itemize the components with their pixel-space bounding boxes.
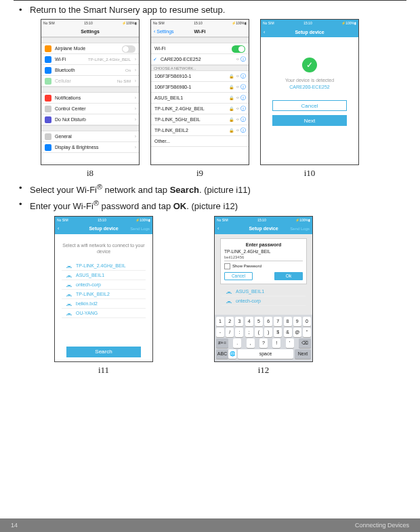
network-other[interactable]: Other... — [151, 136, 249, 147]
keyboard-space[interactable]: space — [238, 349, 293, 359]
nav-wifi: ‹ SettingsWi-Fi — [151, 26, 249, 37]
keyboard-key[interactable]: 9 — [293, 317, 301, 326]
keyboard-key[interactable]: 5 — [255, 317, 263, 326]
keyboard-key[interactable]: 6 — [264, 317, 272, 326]
network-row[interactable]: ASUS_BEIL1🔒⌔ⓘ — [151, 93, 249, 104]
keyboard-globe-icon[interactable]: 🌐 — [228, 349, 236, 359]
screenshot-i9: No SIM15:10⚡100%▮ ‹ SettingsWi-Fi Wi-Fi … — [150, 19, 249, 179]
back-button[interactable]: ‹ Settings — [154, 29, 174, 34]
row-dnd[interactable]: Do Not Disturb› — [41, 114, 139, 125]
toggle-on[interactable] — [232, 45, 245, 53]
keyboard-key[interactable]: ! — [272, 338, 280, 348]
wifi-signal-icon: ⌔ — [236, 58, 239, 62]
select-network-prompt: Select a wifi network to connect to your… — [62, 242, 146, 254]
keyboard-key[interactable]: " — [303, 328, 311, 337]
back-button[interactable]: ‹ — [217, 226, 219, 231]
page-footer: 14 Connecting Devices — [0, 518, 420, 532]
keyboard: 1234567890 -/:;()$&@" #+=.,?!'⌫ ABC 🌐 sp… — [215, 315, 312, 361]
keyboard-next[interactable]: Next — [295, 349, 311, 359]
bluetooth-icon — [45, 67, 51, 74]
network-row[interactable]: 106F3F5B6910-1🔒⌔ⓘ — [151, 71, 249, 82]
page-number: 14 — [11, 522, 18, 529]
password-dialog: Enter password TP-LINK_2.4GHz_BEIL beil1… — [220, 238, 307, 284]
toggle-off[interactable] — [122, 45, 135, 53]
info-icon[interactable]: ⓘ — [240, 94, 246, 102]
wifi-option[interactable]: OU-YANG — [62, 309, 146, 318]
keyboard-key[interactable]: 3 — [235, 317, 243, 326]
send-logs-button[interactable]: Send Logs — [130, 227, 150, 231]
row-notifications[interactable]: Notifications› — [41, 93, 139, 104]
keyboard-key[interactable]: 1 — [216, 317, 224, 326]
row-bluetooth[interactable]: BluetoothOn› — [41, 65, 139, 76]
keyboard-key[interactable]: ( — [255, 328, 263, 337]
row-wifi-toggle[interactable]: Wi-Fi — [151, 43, 249, 54]
keyboard-key[interactable]: 0 — [303, 317, 311, 326]
wifi-option[interactable]: TP-LINK_2.4GHz_BEIL — [62, 261, 146, 271]
keyboard-key[interactable]: : — [235, 328, 243, 337]
wifi-signal-icon: ⌔ — [236, 85, 239, 89]
notifications-icon — [45, 95, 51, 102]
keyboard-key[interactable]: 7 — [274, 317, 282, 326]
info-icon[interactable]: ⓘ — [240, 72, 246, 80]
keyboard-key[interactable]: ; — [245, 328, 253, 337]
keyboard-abc[interactable]: ABC — [216, 349, 228, 359]
keyboard-key[interactable]: & — [284, 328, 292, 337]
keyboard-key[interactable]: $ — [274, 328, 282, 337]
caption-i9: i9 — [196, 168, 203, 179]
back-button[interactable]: ‹ — [58, 226, 59, 231]
info-icon[interactable]: ⓘ — [240, 116, 246, 123]
info-icon[interactable]: ⓘ — [240, 127, 246, 134]
dialog-ok-button[interactable]: Ok — [274, 272, 303, 280]
keyboard-key[interactable]: @ — [293, 328, 301, 337]
cancel-button[interactable]: Cancel — [272, 100, 347, 111]
network-row[interactable]: TP-LINK_5GHz_BEIL🔒⌔ⓘ — [151, 114, 249, 125]
nav-title: Settings — [41, 26, 139, 37]
wifi-icon — [45, 56, 51, 63]
wifi-option[interactable]: ASUS_BEIL1 — [222, 287, 306, 296]
network-row[interactable]: 106F3F5B6980-1🔒⌔ⓘ — [151, 82, 249, 93]
keyboard-key[interactable]: / — [226, 328, 234, 337]
keyboard-key[interactable]: ? — [259, 338, 268, 348]
wifi-option[interactable]: TP-LINK_BEIL2 — [62, 290, 146, 299]
row-control-center[interactable]: Control Center› — [41, 104, 139, 114]
password-input[interactable]: beil123456 — [224, 255, 303, 261]
keyboard-key[interactable]: ' — [286, 338, 294, 348]
wifi-option[interactable]: ontech-corp — [62, 280, 146, 290]
caption-i11: i11 — [98, 365, 109, 376]
keyboard-key[interactable]: 8 — [284, 317, 292, 326]
network-row[interactable]: TP-LINK_2.4GHz_BEIL🔒⌔ⓘ — [151, 104, 249, 114]
info-icon[interactable]: ⓘ — [240, 56, 246, 63]
row-general[interactable]: General› — [41, 131, 139, 142]
wifi-option[interactable]: belkin.bd2 — [62, 299, 146, 309]
wifi-option[interactable]: ontech-corp — [222, 296, 306, 306]
screenshot-i10: No SIM15:10⚡100%▮ ‹Setup device ✓ Your d… — [260, 19, 359, 179]
check-icon: ✓ — [153, 57, 157, 62]
row-display[interactable]: Display & Brightness› — [41, 142, 139, 153]
row-cellular[interactable]: CellularNo SIM› — [41, 76, 139, 87]
keyboard-key[interactable]: 2 — [226, 317, 234, 326]
info-icon[interactable]: ⓘ — [240, 105, 246, 112]
keyboard-key[interactable]: . — [233, 338, 241, 348]
dialog-ssid: TP-LINK_2.4GHz_BEIL — [224, 249, 303, 254]
show-password-checkbox[interactable]: Show Password — [224, 263, 303, 269]
wifi-option[interactable]: ASUS_BEIL1 — [62, 271, 146, 280]
keyboard-key[interactable]: - — [216, 328, 224, 337]
row-airplane[interactable]: Airplane Mode — [41, 43, 139, 54]
display-icon — [45, 144, 51, 151]
keyboard-backspace-icon[interactable]: ⌫ — [299, 338, 311, 348]
search-button[interactable]: Search — [66, 347, 141, 357]
row-connected[interactable]: ✓CARE200-ECE252⌔ⓘ — [151, 54, 249, 65]
keyboard-key[interactable]: ) — [264, 328, 272, 337]
keyboard-symbols[interactable]: #+= — [216, 338, 228, 348]
screens-row-1: No SIM15:10⚡100%▮ Settings Airplane Mode… — [41, 19, 406, 179]
row-wifi[interactable]: Wi-FiTP-LINK_2.4GHz_BEIL› — [41, 54, 139, 65]
next-button[interactable]: Next — [272, 115, 347, 126]
network-row[interactable]: TP-LINK_BEIL2🔒⌔ⓘ — [151, 125, 249, 136]
info-icon[interactable]: ⓘ — [240, 83, 246, 91]
keyboard-key[interactable]: , — [247, 338, 255, 348]
send-logs-button[interactable]: Send Logs — [290, 227, 310, 231]
keyboard-key[interactable]: 4 — [245, 317, 253, 326]
dialog-cancel-button[interactable]: Cancel — [224, 272, 253, 280]
lock-icon: 🔒 — [229, 128, 234, 133]
back-button[interactable]: ‹ — [264, 30, 265, 35]
